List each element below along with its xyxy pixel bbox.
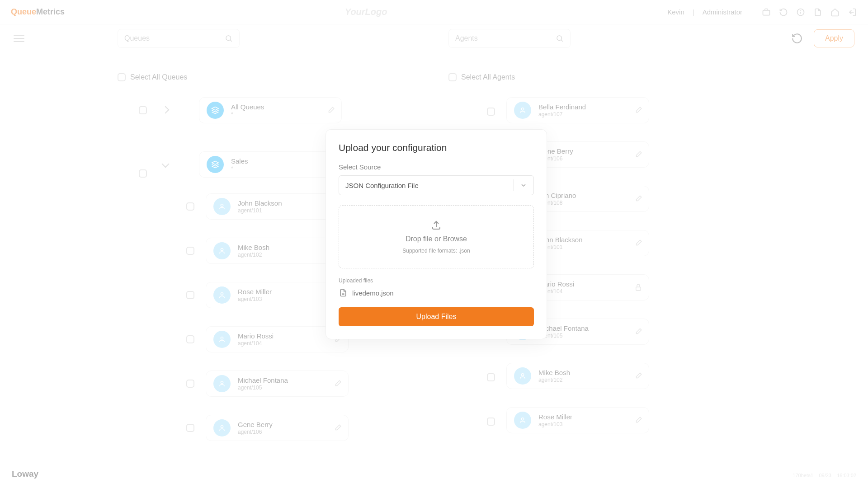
upload-icon bbox=[431, 220, 442, 230]
source-label: Select Source bbox=[339, 163, 534, 171]
upload-files-button[interactable]: Upload Files bbox=[339, 307, 534, 326]
file-icon bbox=[339, 288, 348, 297]
file-dropzone[interactable]: Drop file or Browse Supported file forma… bbox=[339, 205, 534, 268]
source-select[interactable]: JSON Configuration File bbox=[339, 175, 534, 195]
uploaded-file-row: livedemo.json bbox=[339, 288, 534, 297]
chevron-down-icon bbox=[520, 182, 527, 189]
uploaded-files-label: Uploaded files bbox=[339, 277, 534, 284]
modal-title: Upload your configuration bbox=[339, 142, 534, 153]
uploaded-file-name: livedemo.json bbox=[352, 289, 394, 297]
upload-config-modal: Upload your configuration Select Source … bbox=[326, 129, 547, 339]
